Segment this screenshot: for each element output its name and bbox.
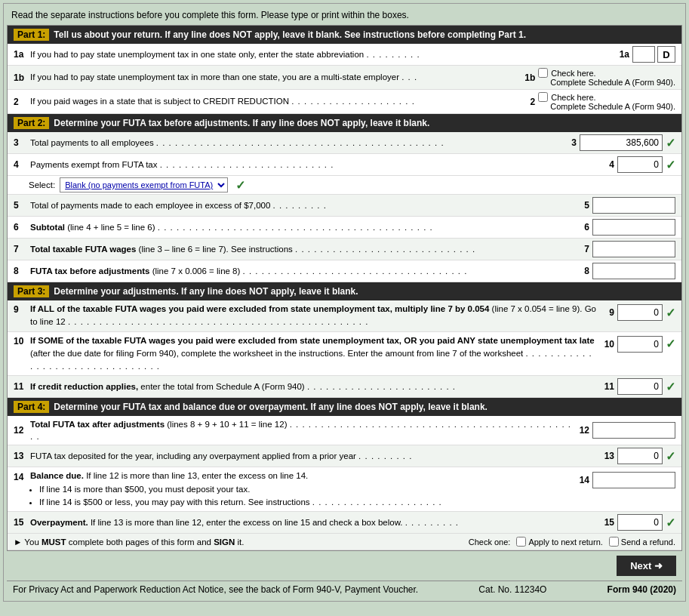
line-10-checkmark: ✓: [666, 337, 675, 351]
check-one-label: Check one:: [469, 537, 511, 547]
line-15-ref: 15: [598, 517, 614, 528]
next-button[interactable]: Next ➜: [617, 556, 676, 576]
line-14-ref: 14: [573, 475, 589, 485]
line-13-row: 13 FUTA tax deposited for the year, incl…: [8, 445, 681, 467]
line-14-bullets: If line 14 is more than $500, you must d…: [30, 483, 573, 510]
line-13-num: 13: [14, 451, 30, 461]
line-12-num: 12: [14, 425, 30, 436]
futa-select[interactable]: Blank (no payments exempt from FUTA): [60, 177, 228, 192]
line-2-checkbox[interactable]: [538, 92, 548, 102]
line-5-ref: 5: [573, 200, 589, 211]
line-8-num: 8: [14, 266, 30, 276]
line-3-num: 3: [14, 137, 30, 148]
line-7-ref: 7: [573, 244, 589, 254]
line-3-input[interactable]: [580, 134, 663, 151]
line-14-row: 14 Balance due. If line 12 is more than …: [8, 467, 681, 512]
line-6-num: 6: [14, 222, 30, 233]
line-2-schedule-label: Complete Schedule A (Form 940).: [550, 102, 675, 111]
part1-header: Part 1: Tell us about your return. If an…: [8, 26, 681, 44]
line-12-ref: 12: [573, 425, 589, 436]
line-8-row: 8 FUTA tax before adjustments (line 7 x …: [8, 260, 681, 282]
line-1b-checkbox-area: Check here. Complete Schedule A (Form 94…: [538, 68, 675, 87]
footer-cat: Cat. No. 11234O: [478, 584, 546, 595]
line-1a-num: 1a: [14, 49, 30, 60]
part3-label: Part 3:: [14, 285, 49, 297]
line-5-input[interactable]: [592, 197, 675, 214]
line-2-text: If you paid wages in a state that is sub…: [30, 95, 518, 107]
line-9-checkmark: ✓: [666, 306, 675, 320]
line-14-right: 14: [573, 470, 675, 488]
line-9-input[interactable]: [617, 304, 663, 321]
apply-checkbox[interactable]: [516, 537, 526, 547]
line-1b-check-label: Check here.: [551, 69, 595, 78]
part2-label: Part 2:: [14, 117, 49, 129]
next-btn-area: Next ➜: [7, 551, 682, 581]
line-15-num: 15: [14, 517, 30, 528]
line-15-input[interactable]: [617, 514, 663, 531]
line-1b-num: 1b: [14, 72, 30, 83]
line-14-num: 14: [14, 472, 30, 482]
line-5-num: 5: [14, 200, 30, 211]
line-2-check-label: Check here.: [551, 93, 595, 102]
form-container: Read the separate instructions before yo…: [3, 3, 686, 602]
line-5-row: 5 Total of payments made to each employe…: [8, 195, 681, 217]
line-14-bullet1: If line 14 is more than $500, you must d…: [39, 483, 573, 496]
line-13-checkmark: ✓: [666, 449, 675, 464]
line-7-row: 7 Total taxable FUTA wages (line 3 – lin…: [8, 239, 681, 260]
line-12-input[interactable]: [592, 422, 675, 439]
line-1b-checkbox[interactable]: [538, 68, 548, 78]
line-13-text: FUTA tax deposited for the year, includi…: [30, 450, 598, 462]
line-6-ref: 6: [573, 222, 589, 233]
line-14-input[interactable]: [592, 472, 675, 488]
line-10-input[interactable]: [617, 336, 663, 353]
line-12-text: Total FUTA tax after adjustments (lines …: [30, 418, 573, 442]
line-2-row: 2 If you paid wages in a state that is s…: [8, 90, 681, 114]
line-3-text: Total payments to all employees . . . . …: [30, 137, 560, 149]
line-6-row: 6 Subtotal (line 4 + line 5 = line 6) . …: [8, 217, 681, 239]
footer-form: Form 940 (2020): [607, 584, 676, 595]
line-1a-text: If you had to pay state unemployment tax…: [30, 48, 613, 60]
line-13-ref: 13: [598, 451, 614, 461]
select-label: Select:: [29, 180, 55, 189]
line-4-ref: 4: [598, 159, 614, 170]
line-1a-d-box: D: [657, 46, 675, 63]
line-6-text: Subtotal (line 4 + line 5 = line 6) . . …: [30, 221, 573, 233]
line-4-input[interactable]: [617, 156, 663, 173]
refund-label: Send a refund.: [621, 537, 675, 547]
line-14-text: Balance due. If line 12 is more than lin…: [30, 470, 573, 509]
line-9-ref: 9: [598, 307, 614, 318]
line-1b-checkbox-row: Check here.: [538, 68, 675, 78]
line-15-checkmark: ✓: [666, 516, 675, 530]
part4-title: Determine your FUTA tax and balance due …: [54, 402, 488, 412]
line-2-ref: 2: [518, 97, 535, 107]
line-4-num: 4: [14, 159, 30, 170]
line-9-text: If ALL of the taxable FUTA wages you pai…: [30, 303, 598, 329]
line-9-num: 9: [14, 304, 30, 315]
line-13-input[interactable]: [617, 448, 663, 464]
line-1b-schedule-label: Complete Schedule A (Form 940).: [550, 78, 675, 87]
line-12-row: 12 Total FUTA tax after adjustments (lin…: [8, 416, 681, 445]
line-4-checkmark: ✓: [666, 158, 675, 172]
part4-label: Part 4:: [14, 401, 49, 413]
line-11-input[interactable]: [617, 378, 663, 395]
line-6-input[interactable]: [592, 219, 675, 236]
line-2-checkbox-area: Check here. Complete Schedule A (Form 94…: [538, 92, 675, 111]
line-11-ref: 11: [598, 381, 614, 392]
select-row: Select: Blank (no payments exempt from F…: [8, 176, 681, 195]
part1-title: Tell us about your return. If any line d…: [54, 29, 526, 40]
refund-checkbox[interactable]: [609, 537, 619, 547]
line-3-ref: 3: [560, 137, 577, 148]
line-15-row: 15 Overpayment. If line 13 is more than …: [8, 512, 681, 534]
line-1a-state-input[interactable]: [632, 46, 655, 63]
line-1b-row: 1b If you had to pay state unemployment …: [8, 66, 681, 90]
line-10-text: If SOME of the taxable FUTA wages you pa…: [30, 334, 598, 374]
sign-row: ► You MUST complete both pages of this f…: [8, 534, 681, 550]
check-one-area: Check one: Apply to next return. Send a …: [469, 537, 675, 547]
line-8-ref: 8: [573, 266, 589, 276]
line-7-input[interactable]: [592, 241, 675, 257]
line-5-text: Total of payments made to each employee …: [30, 199, 573, 211]
part3-header: Part 3: Determine your adjustments. If a…: [8, 282, 681, 300]
line-8-text: FUTA tax before adjustments (line 7 x 0.…: [30, 265, 573, 277]
line-8-input[interactable]: [592, 263, 675, 279]
line-1a-ref: 1a: [613, 49, 629, 60]
